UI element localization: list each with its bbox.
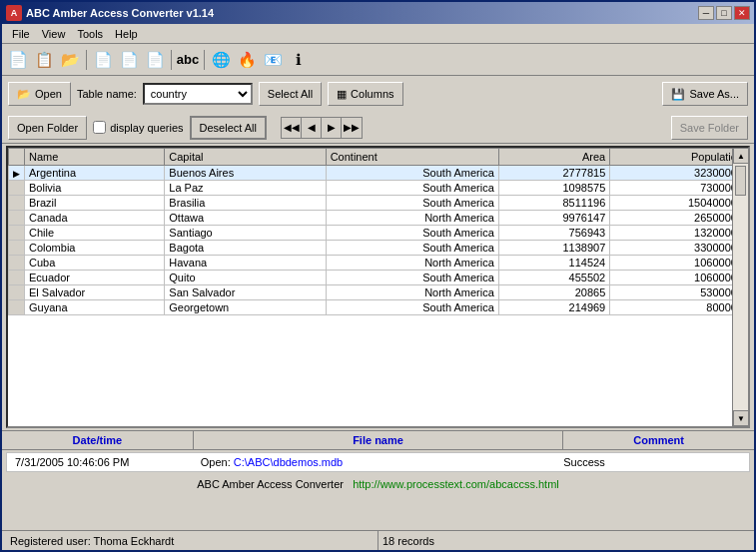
cell-name: Cuba xyxy=(25,256,165,271)
table-row[interactable]: Cuba Havana North America 114524 1060000… xyxy=(9,256,748,271)
log-row: 7/31/2005 10:46:06 PM Open: C:\ABC\dbdem… xyxy=(6,452,750,472)
toolbar: 📄 📋 📂 📄 📄 📄 abc 🌐 🔥 📧 xyxy=(2,44,754,76)
app-name-label: ABC Amber Access Converter xyxy=(197,478,344,490)
cell-area: 1138907 xyxy=(498,241,609,256)
nav-next-button[interactable]: ▶ xyxy=(322,118,342,138)
log-comment: Success xyxy=(559,455,745,469)
cell-name: Argentina xyxy=(25,166,165,181)
cell-population: 5300000 xyxy=(610,285,748,300)
toolbar-globe-btn[interactable]: 🌐 xyxy=(209,48,233,72)
row-indicator xyxy=(9,196,25,211)
title-buttons: ─ □ ✕ xyxy=(698,6,750,20)
scroll-down-button[interactable]: ▼ xyxy=(733,410,748,426)
log-file-link[interactable]: C:\ABC\dbdemos.mdb xyxy=(234,456,343,468)
title-bar-left: A ABC Amber Access Converter v1.14 xyxy=(6,5,214,21)
toolbar-abc-btn[interactable]: abc xyxy=(176,48,200,72)
table-row[interactable]: Chile Santiago South America 756943 1320… xyxy=(9,226,748,241)
table-body: Argentina Buenos Aires South America 277… xyxy=(9,166,748,315)
table-row[interactable]: El Salvador San Salvador North America 2… xyxy=(9,285,748,300)
display-queries-wrap: display queries xyxy=(93,121,183,134)
table-row[interactable]: Canada Ottawa North America 9976147 2650… xyxy=(9,211,748,226)
table-row[interactable]: Brazil Brasilia South America 8511196 15… xyxy=(9,196,748,211)
deselect-all-button[interactable]: Deselect All xyxy=(190,116,267,140)
pdf-icon: 📄 xyxy=(8,50,28,69)
email-icon: 📧 xyxy=(264,51,283,69)
maximize-button[interactable]: □ xyxy=(716,6,732,20)
minimize-button[interactable]: ─ xyxy=(698,6,714,20)
open-icon: 📂 xyxy=(61,51,80,69)
open-folder-button[interactable]: Open Folder xyxy=(8,116,87,140)
action-bar-1: 📂 Open Table name: country Select All ▦ … xyxy=(2,76,754,112)
columns-icon: ▦ xyxy=(337,88,347,101)
row-indicator xyxy=(9,271,25,285)
cell-area: 455502 xyxy=(498,271,609,285)
toolbar-email-btn[interactable]: 📧 xyxy=(261,48,285,72)
nav-group: ◀◀ ◀ ▶ ▶▶ xyxy=(281,117,363,139)
close-button[interactable]: ✕ xyxy=(734,6,750,20)
toolbar-flame-btn[interactable]: 🔥 xyxy=(235,48,259,72)
open-button[interactable]: 📂 Open xyxy=(8,82,71,106)
save-as-button[interactable]: 💾 Save As... xyxy=(662,82,748,106)
vertical-scrollbar[interactable]: ▲ ▼ xyxy=(732,148,748,426)
columns-button[interactable]: ▦ Columns xyxy=(328,82,402,106)
toolbar-new-btn[interactable]: 📋 xyxy=(32,48,56,72)
menu-help[interactable]: Help xyxy=(109,26,144,42)
footer-ad: ABC Amber Access Converter http://www.pr… xyxy=(2,474,754,494)
scroll-up-button[interactable]: ▲ xyxy=(733,148,748,164)
table-row[interactable]: Argentina Buenos Aires South America 277… xyxy=(9,166,748,181)
cell-name: El Salvador xyxy=(25,285,165,300)
cell-area: 214969 xyxy=(498,300,609,315)
cell-capital: Havana xyxy=(165,256,326,271)
table-scroll[interactable]: Name Capital Continent Area Population A… xyxy=(8,148,748,426)
table-row[interactable]: Ecuador Quito South America 455502 10600… xyxy=(9,271,748,285)
toolbar-open-btn[interactable]: 📂 xyxy=(58,48,82,72)
table-row[interactable]: Bolivia La Paz South America 1098575 730… xyxy=(9,181,748,196)
cell-population: 33000000 xyxy=(610,241,748,256)
cell-capital: Buenos Aires xyxy=(165,166,326,181)
cell-population: 10600000 xyxy=(610,271,748,285)
cell-capital: Georgetown xyxy=(165,300,326,315)
cell-capital: La Paz xyxy=(165,181,326,196)
display-queries-label: display queries xyxy=(110,122,183,134)
toolbar-pdf-btn[interactable]: 📄 xyxy=(6,48,30,72)
cell-capital: Brasilia xyxy=(165,196,326,211)
toolbar-red1-btn[interactable]: 📄 xyxy=(91,48,115,72)
title-bar: A ABC Amber Access Converter v1.14 ─ □ ✕ xyxy=(2,2,754,24)
log-datetime: 7/31/2005 10:46:06 PM xyxy=(11,455,197,469)
cell-population: 13200000 xyxy=(610,226,748,241)
flame-icon: 🔥 xyxy=(238,51,257,69)
window-title: ABC Amber Access Converter v1.14 xyxy=(26,7,214,19)
table-row[interactable]: Colombia Bagota South America 1138907 33… xyxy=(9,241,748,256)
toolbar-sep-2 xyxy=(171,50,172,70)
scroll-track[interactable] xyxy=(733,164,748,410)
globe-icon: 🌐 xyxy=(212,51,231,69)
indicator-col-header xyxy=(9,149,25,166)
cell-population: 10600000 xyxy=(610,256,748,271)
scroll-thumb[interactable] xyxy=(735,166,746,196)
log-filename-header: File name xyxy=(194,431,564,449)
nav-prev-button[interactable]: ◀ xyxy=(302,118,322,138)
toolbar-red3-btn[interactable]: 📄 xyxy=(143,48,167,72)
main-window: A ABC Amber Access Converter v1.14 ─ □ ✕… xyxy=(0,0,756,552)
website-link[interactable]: http://www.processtext.com/abcaccss.html xyxy=(353,478,559,490)
table-name-select[interactable]: country xyxy=(143,83,253,105)
col-header-continent: Continent xyxy=(326,149,498,166)
toolbar-info-btn[interactable]: ℹ xyxy=(287,48,311,72)
display-queries-checkbox[interactable] xyxy=(93,121,106,134)
cell-capital: Santiago xyxy=(165,226,326,241)
nav-last-button[interactable]: ▶▶ xyxy=(342,118,362,138)
toolbar-red2-btn[interactable]: 📄 xyxy=(117,48,141,72)
col-header-area: Area xyxy=(498,149,609,166)
cell-area: 2777815 xyxy=(498,166,609,181)
nav-first-button[interactable]: ◀◀ xyxy=(282,118,302,138)
table-row[interactable]: Guyana Georgetown South America 214969 8… xyxy=(9,300,748,315)
menu-tools[interactable]: Tools xyxy=(71,26,109,42)
menu-file[interactable]: File xyxy=(6,26,36,42)
cell-continent: South America xyxy=(326,166,498,181)
cell-continent: South America xyxy=(326,226,498,241)
menu-view[interactable]: View xyxy=(36,26,72,42)
app-icon: A xyxy=(6,5,22,21)
cell-continent: South America xyxy=(326,300,498,315)
select-all-button[interactable]: Select All xyxy=(259,82,322,106)
new-icon: 📋 xyxy=(35,51,54,69)
